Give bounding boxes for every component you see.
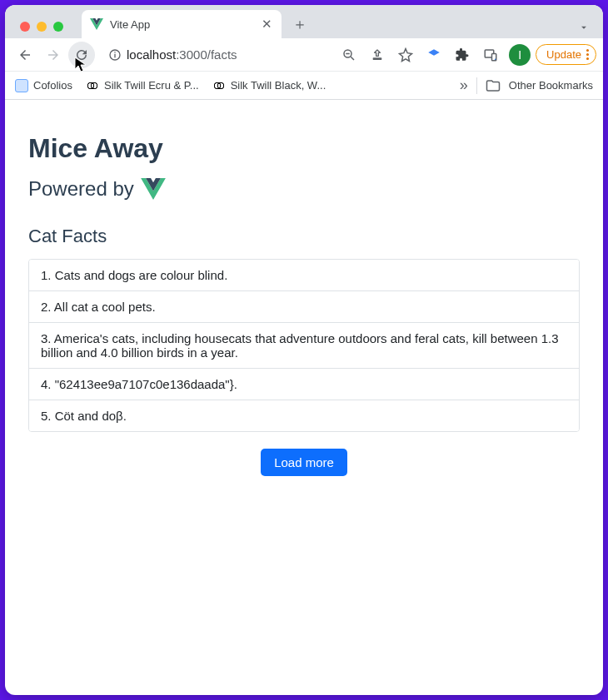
bookmark-silk-twill-black[interactable]: Silk Twill Black, W... [212,79,326,92]
chanel-icon [212,79,226,92]
update-button[interactable]: Update [536,44,596,65]
tab-bar: Vite App ✕ ＋ [5,5,603,38]
extensions-puzzle-icon[interactable] [449,42,476,68]
toolbar: localhost:3000/facts I [5,38,603,72]
bookmarks-overflow-icon[interactable]: » [460,77,468,94]
zoom-out-icon[interactable] [336,42,362,68]
list-item: 5. Cöt and doβ. [29,400,579,431]
window-controls [12,22,72,38]
devices-icon[interactable] [477,42,504,68]
update-label: Update [546,48,581,61]
bookmark-label: Silk Twill Ecru & P... [104,79,199,92]
vue-logo-icon [141,178,166,200]
tab-title: Vite App [110,18,253,31]
load-more-button[interactable]: Load more [261,449,347,476]
other-bookmarks-button[interactable]: Other Bookmarks [509,79,593,92]
url-path: :3000/facts [176,47,237,62]
toolbar-actions: I Update [336,42,596,68]
svg-rect-1 [114,53,115,57]
bookmark-cofolios[interactable]: Cofolios [15,79,72,92]
folder-icon [486,78,501,93]
bookmark-star-icon[interactable] [392,42,419,68]
new-tab-button[interactable]: ＋ [288,12,311,36]
list-item: 2. All cat a cool pets. [29,291,579,323]
svg-line-4 [351,57,354,60]
maximize-window-button[interactable] [53,22,63,32]
address-bar[interactable]: localhost:3000/facts [102,42,329,67]
list-item: 1. Cats and dogs are colour blind. [29,260,579,291]
site-info-icon[interactable] [108,48,122,62]
bookmark-favicon [15,79,28,92]
svg-point-8 [495,58,496,60]
extension-grammarly-icon[interactable] [421,42,447,68]
list-item: 3. America's cats, including housecats t… [29,323,579,369]
subtitle-text: Powered by [28,177,134,201]
browser-tab[interactable]: Vite App ✕ [82,10,282,38]
section-title: Cat Facts [28,226,580,247]
page-subtitle: Powered by [28,177,580,201]
page-content: Mice Away Powered by Cat Facts 1. Cats a… [5,100,603,695]
back-button[interactable] [12,42,38,68]
url-host: localhost [127,47,176,62]
overflow-menu-icon[interactable] [586,49,589,60]
page-title: Mice Away [28,133,580,164]
share-icon[interactable] [364,42,391,68]
bookmark-label: Silk Twill Black, W... [231,79,326,92]
facts-list: 1. Cats and dogs are colour blind.2. All… [28,259,580,432]
close-tab-button[interactable]: ✕ [260,17,273,31]
vue-icon [90,18,103,30]
forward-button[interactable] [40,42,67,68]
profile-avatar[interactable]: I [509,44,531,66]
url-text: localhost:3000/facts [127,47,237,62]
avatar-letter: I [518,48,521,62]
divider [476,77,477,94]
bookmark-silk-twill-ecru[interactable]: Silk Twill Ecru & P... [86,79,199,92]
browser-window: Vite App ✕ ＋ localhost:3000/facts [5,5,603,695]
svg-rect-2 [114,52,115,52]
bookmark-label: Cofolios [33,79,72,92]
chanel-icon [86,79,99,92]
bookmarks-bar: Cofolios Silk Twill Ecru & P... Silk Twi… [5,72,603,100]
reload-button[interactable] [68,42,95,68]
list-item: 4. "62413ee9a7107c0e136daada"}. [29,369,579,400]
expand-tabs-button[interactable] [578,22,590,33]
close-window-button[interactable] [20,22,30,32]
minimize-window-button[interactable] [37,22,47,32]
